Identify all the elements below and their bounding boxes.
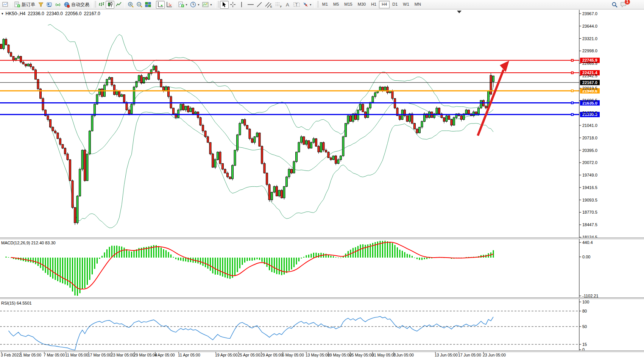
rsi-panel-splitter[interactable] [0, 297, 644, 299]
channel-button[interactable]: E [264, 1, 274, 9]
toolbar-separator [92, 1, 92, 8]
terminal-icon [46, 2, 53, 8]
svg-text:F: F [280, 5, 282, 8]
macd-indicator-label: MACD(12,26,9) 212.40 83.30 [1, 241, 56, 245]
timeframe-button-M30[interactable]: M30 [355, 1, 368, 8]
arrows-button[interactable]: ▼ [301, 1, 313, 9]
fibonacci-icon: F [275, 2, 282, 8]
vertical-line-button[interactable] [237, 1, 246, 9]
main-toolbar: 新订单 自动交易 [0, 0, 644, 9]
fibonacci-button[interactable]: F [274, 1, 284, 9]
templates-button[interactable]: ▼ [201, 1, 214, 9]
svg-text:15: 15 [582, 342, 587, 347]
svg-text:19 May 05:00: 19 May 05:00 [327, 353, 352, 357]
timeframe-button-MN[interactable]: MN [412, 1, 424, 8]
tile-windows-button[interactable] [144, 1, 153, 9]
chat-notification-badge: 1 [625, 0, 630, 5]
bar-chart-button[interactable] [97, 1, 106, 9]
toolbar-separator [215, 1, 215, 8]
chart-title-bar: ▾ HK50-,H4 22336.022340.022056.022167.0 [2, 11, 100, 16]
svg-text:22167.0: 22167.0 [582, 80, 597, 85]
svg-text:21373.5: 21373.5 [582, 111, 597, 115]
svg-text:A: A [286, 2, 289, 8]
autotrading-globe-icon [64, 2, 70, 8]
svg-text:19416.5: 19416.5 [582, 185, 597, 190]
zoom-in-icon [128, 2, 134, 8]
svg-text:22998.0: 22998.0 [582, 48, 597, 53]
zoom-out-button[interactable] [135, 1, 144, 9]
auto-scroll-icon [157, 2, 164, 8]
timeframe-button-H4[interactable]: H4 [379, 1, 390, 8]
chart-window-button[interactable] [1, 1, 9, 9]
time-axis: 3 Feb 20221 Mar 05:007 Mar 05:0011 Mar 0… [1, 351, 506, 357]
trendline-button[interactable] [255, 1, 264, 9]
signal-icon [55, 2, 61, 8]
horizontal-line-21330.3[interactable] [0, 113, 579, 116]
horizontal-line-icon [247, 2, 254, 8]
label-button[interactable]: T [292, 1, 301, 9]
chart-shift-button[interactable] [165, 1, 173, 9]
bollinger-bands [48, 24, 494, 228]
macd-signal-line [11, 242, 493, 289]
line-chart-button[interactable] [114, 1, 123, 9]
svg-text:13 May 05:00: 13 May 05:00 [306, 353, 330, 357]
periods-button[interactable]: ▼ [189, 1, 201, 9]
search-button[interactable] [610, 1, 619, 9]
svg-text:1 Mar 05:00: 1 Mar 05:00 [20, 353, 41, 357]
macd-axis: 440.40.00-1102.21 [579, 240, 599, 298]
market-depth-button[interactable] [36, 1, 45, 9]
signals-button[interactable] [54, 1, 62, 9]
zoom-in-button[interactable] [126, 1, 135, 9]
svg-text:22019.5: 22019.5 [582, 86, 597, 91]
toolbar-separator [11, 1, 11, 8]
trend-arrow-annotation[interactable] [478, 61, 509, 136]
dropdown-arrow-icon: ▼ [197, 3, 200, 6]
svg-text:23 Jun 05:00: 23 Jun 05:00 [483, 353, 506, 357]
timeframe-button-H1[interactable]: H1 [368, 1, 379, 8]
dropdown-arrow-icon: ▼ [309, 3, 312, 6]
arrows-icon [303, 2, 309, 8]
svg-text:11 Mar 05:00: 11 Mar 05:00 [65, 353, 88, 357]
candlestick-chart-button[interactable] [106, 1, 114, 9]
svg-text:T: T [295, 3, 298, 7]
toolbar-separator [154, 1, 154, 8]
crosshair-button[interactable] [229, 1, 237, 9]
bar-chart-icon [98, 2, 104, 8]
search-icon [611, 2, 618, 8]
text-button[interactable]: A [284, 1, 292, 9]
timeframe-button-W1[interactable]: W1 [400, 1, 412, 8]
timeframe-button-M15[interactable]: M15 [341, 1, 355, 8]
svg-text:4 Apr 05:00: 4 Apr 05:00 [154, 353, 175, 357]
svg-text:20718.0: 20718.0 [582, 136, 597, 140]
macd-panel-splitter[interactable] [0, 238, 644, 239]
horizontal-line-21635.0[interactable] [0, 102, 579, 104]
chat-button[interactable]: 1 [619, 1, 628, 9]
cursor-button[interactable] [220, 1, 229, 9]
autotrading-button[interactable]: 自动交易 [62, 1, 90, 9]
svg-text:0.00: 0.00 [582, 255, 590, 259]
svg-text:50: 50 [582, 324, 587, 329]
horizontal-line-22421.4[interactable] [0, 72, 579, 74]
time-axis-splitter [0, 350, 644, 352]
horizontal-line-button[interactable] [246, 1, 255, 9]
bar-open-value: 22336.0 [28, 11, 44, 16]
new-order-button[interactable]: 新订单 [13, 1, 36, 9]
equidistant-channel-icon: E [265, 2, 273, 8]
svg-text:20072.0: 20072.0 [582, 160, 597, 165]
timeframe-button-M5[interactable]: M5 [331, 1, 341, 8]
svg-text:19 Apr 05:00: 19 Apr 05:00 [215, 353, 238, 357]
bar-close-value: 22167.0 [84, 11, 100, 16]
timeframe-button-M1[interactable]: M1 [320, 1, 331, 8]
svg-text:7 Mar 05:00: 7 Mar 05:00 [44, 353, 65, 357]
indicators-button[interactable]: ▼ [177, 1, 189, 9]
toolbar-separator [125, 1, 125, 8]
chart-menu-arrow-icon[interactable]: ▾ [2, 12, 3, 16]
crosshair-icon [230, 2, 236, 8]
auto-scroll-button[interactable] [156, 1, 165, 9]
svg-text:29 Apr 05:00: 29 Apr 05:00 [260, 353, 283, 357]
timeframe-button-D1[interactable]: D1 [390, 1, 400, 8]
horizontal-line-22745.9[interactable] [0, 59, 579, 62]
svg-text:13 Jun 05:00: 13 Jun 05:00 [435, 353, 458, 357]
terminal-button[interactable] [45, 1, 54, 9]
svg-text:25 Apr 05:00: 25 Apr 05:00 [238, 353, 260, 357]
